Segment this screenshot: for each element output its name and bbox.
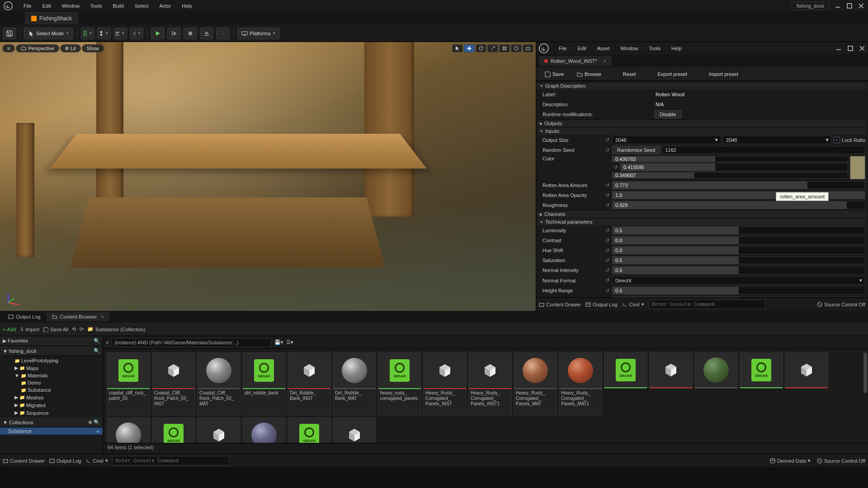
content-browser-tab[interactable]: Content Browser× bbox=[47, 312, 109, 321]
history-back-button[interactable]: ⟲ bbox=[72, 326, 76, 332]
tree-item[interactable]: 📁Substance bbox=[0, 386, 103, 394]
tree-item[interactable]: 📁LevelPrototyping bbox=[0, 357, 103, 364]
rp-minimize-button[interactable] bbox=[835, 45, 842, 52]
rp-content-drawer-button[interactable]: Content Drawer bbox=[539, 302, 581, 307]
collections-header[interactable]: ▼ Collections⊕ 🔍 bbox=[0, 418, 103, 427]
settings-button[interactable]: ▼ bbox=[130, 28, 143, 39]
height-range-slider[interactable]: 0.5 bbox=[612, 286, 865, 295]
export-preset-button[interactable]: Export preset bbox=[652, 70, 693, 79]
search-icon[interactable]: 🔍 bbox=[94, 419, 100, 425]
asset-item[interactable]: Coastal_Cliff_Rock_Patch_03_INST bbox=[152, 352, 195, 416]
asset-item[interactable] bbox=[333, 418, 376, 443]
roughness-slider[interactable]: 0.929 bbox=[612, 201, 865, 209]
import-button[interactable]: ↴ Import bbox=[19, 326, 39, 332]
menu-tools[interactable]: Tools bbox=[85, 2, 108, 10]
section-inputs[interactable]: ▼Inputs: bbox=[537, 127, 867, 135]
content-drawer-button[interactable]: Content Drawer bbox=[3, 458, 45, 464]
normal-format-dropdown[interactable]: DirectX▾ bbox=[612, 276, 865, 285]
asset-item[interactable]: Coastal_Cliff_Rock_Patch_03_MAT bbox=[197, 352, 241, 416]
asset-item[interactable]: heavy_rusty_corrugated_panels bbox=[378, 352, 421, 416]
level-tab[interactable]: FishingShack bbox=[25, 12, 78, 24]
section-outputs[interactable]: ▶Outputs: bbox=[537, 119, 867, 127]
save-button[interactable]: Save bbox=[539, 69, 569, 79]
luminosity-slider[interactable]: 0.5 bbox=[612, 226, 865, 235]
rp-menu-window[interactable]: Window bbox=[615, 44, 643, 52]
rotten-amount-slider[interactable]: 0.773 bbox=[612, 181, 865, 189]
select-mode-button[interactable]: Select Mode ▼ bbox=[24, 28, 73, 39]
marketplace-button[interactable]: ▼ bbox=[97, 28, 111, 39]
viewport-show-button[interactable]: Show bbox=[82, 44, 104, 52]
rp-output-log-button[interactable]: Output Log bbox=[585, 302, 617, 307]
height-position-slider[interactable]: 0.5 bbox=[612, 296, 865, 297]
platforms-button[interactable]: Platforms ▼ bbox=[237, 28, 280, 39]
output-log-tab[interactable]: Output Log bbox=[3, 312, 46, 321]
seed-field[interactable]: 1162 bbox=[662, 146, 865, 154]
color-swatch[interactable] bbox=[850, 156, 865, 179]
asset-item[interactable] bbox=[242, 418, 286, 443]
asset-item[interactable]: Dirt_Rubble_Bank_MAT bbox=[333, 352, 376, 416]
source-control-button[interactable]: Source Control Off bbox=[817, 458, 865, 464]
rp-cmd-button[interactable]: Cmd ▾ bbox=[622, 301, 644, 307]
save-level-button[interactable] bbox=[3, 28, 16, 39]
reset-icon[interactable]: ↺ bbox=[604, 192, 610, 198]
menu-help[interactable]: Help bbox=[176, 2, 198, 10]
menu-actor[interactable]: Actor bbox=[154, 2, 177, 10]
output-log-button[interactable]: Output Log bbox=[49, 458, 81, 464]
tree-item[interactable]: 📁Demo bbox=[0, 379, 103, 386]
snap-grid-button[interactable] bbox=[499, 44, 510, 52]
rp-menu-edit[interactable]: Edit bbox=[572, 44, 592, 52]
disable-button[interactable]: Disable bbox=[655, 110, 681, 118]
clear-search-icon[interactable]: × bbox=[106, 340, 108, 345]
asset-item[interactable] bbox=[604, 352, 647, 389]
save-all-button[interactable]: Save All bbox=[43, 327, 68, 332]
asset-item[interactable] bbox=[107, 418, 150, 443]
minimize-button[interactable] bbox=[835, 3, 841, 9]
project-header[interactable]: ▼ fishing_dock🔍 bbox=[0, 346, 103, 356]
search-icon[interactable]: 🔍 bbox=[94, 338, 100, 344]
history-fwd-button[interactable]: ⟳ bbox=[80, 326, 84, 332]
asset-item[interactable] bbox=[649, 352, 693, 389]
rp-menu-help[interactable]: Help bbox=[666, 44, 687, 52]
hue-slider[interactable]: 0.0 bbox=[612, 246, 865, 254]
reset-icon[interactable]: ↺ bbox=[604, 137, 610, 143]
rp-menu-tools[interactable]: Tools bbox=[643, 44, 666, 52]
favorites-header[interactable]: ▶ Favorites🔍 bbox=[0, 336, 103, 346]
color-g-slider[interactable]: 0.415595 bbox=[620, 163, 848, 171]
step-button[interactable] bbox=[167, 28, 181, 39]
reset-icon[interactable]: ↺ bbox=[612, 164, 618, 170]
asset-item[interactable]: dirt_rubble_bank bbox=[242, 352, 286, 416]
scrollbar[interactable] bbox=[863, 352, 867, 393]
scale-tool[interactable] bbox=[487, 44, 498, 52]
viewport[interactable]: ≡ Perspective Lit Show x bbox=[0, 42, 536, 311]
save-search-icon[interactable]: 💾▾ bbox=[274, 339, 283, 345]
search-field[interactable]: (instance) AND (Path:'/All/Game/Material… bbox=[111, 338, 272, 347]
reset-icon[interactable]: ↺ bbox=[604, 258, 610, 263]
play-button[interactable] bbox=[151, 28, 165, 39]
asset-item[interactable]: Heavy_Rusty_Corrugated_Panels_MAT1 bbox=[559, 352, 602, 416]
cmd-input[interactable] bbox=[113, 456, 229, 465]
cmd-button[interactable]: Cmd ▾ bbox=[85, 458, 108, 464]
rp-menu-file[interactable]: File bbox=[553, 44, 572, 52]
rp-cmd-input[interactable] bbox=[649, 300, 765, 309]
asset-item[interactable] bbox=[288, 418, 331, 443]
randomize-seed-button[interactable]: Randomize Seed bbox=[612, 146, 660, 154]
asset-item[interactable] bbox=[785, 352, 828, 389]
rp-close-button[interactable] bbox=[859, 45, 865, 52]
asset-item[interactable]: Heavy_Rusty_Corrugated_Panels_INST bbox=[423, 352, 467, 416]
output-height-dropdown[interactable]: 2048▾ bbox=[723, 136, 832, 144]
asset-item[interactable]: Dirt_Rubble_Bank_INST bbox=[288, 352, 331, 416]
maximize-button[interactable] bbox=[846, 3, 853, 9]
asset-item[interactable] bbox=[694, 352, 738, 389]
add-collection-icon[interactable]: ⊕ bbox=[88, 419, 92, 425]
rp-source-control-button[interactable]: Source Control Off bbox=[817, 302, 865, 307]
collection-item[interactable]: Substance∞ bbox=[0, 427, 103, 435]
asset-item[interactable]: Heavy_Rusty_Corrugated_Panels_INST1 bbox=[468, 352, 512, 416]
close-button[interactable] bbox=[858, 3, 864, 9]
menu-build[interactable]: Build bbox=[108, 2, 129, 10]
reset-icon[interactable]: ↺ bbox=[604, 147, 610, 153]
filter-icon[interactable]: ☰▾ bbox=[286, 339, 293, 345]
browse-button[interactable]: Browse bbox=[571, 69, 607, 79]
breadcrumb-button[interactable]: 📁 Substance (Collection) bbox=[87, 326, 146, 332]
menu-window[interactable]: Window bbox=[57, 2, 85, 10]
tree-item[interactable]: ▶ 📁Maps bbox=[0, 364, 103, 372]
